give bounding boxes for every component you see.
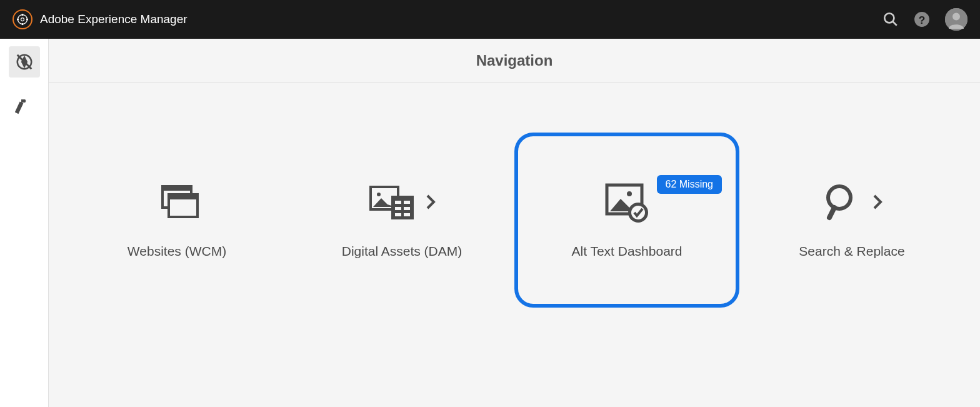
svg-point-0 [21, 18, 24, 21]
aem-logo-icon[interactable] [12, 9, 32, 29]
chevron-right-icon [425, 193, 436, 213]
page-title: Navigation [476, 52, 553, 69]
svg-rect-26 [404, 207, 410, 210]
tile-digital-assets-label: Digital Assets (DAM) [342, 244, 462, 259]
missing-badge: 62 Missing [657, 175, 722, 194]
alt-text-icon [602, 180, 652, 226]
content-area: Navigation Websites (WCM) [49, 39, 980, 407]
tile-icon-row [368, 181, 436, 225]
left-rail [0, 39, 49, 407]
rail-navigation-icon[interactable] [9, 46, 40, 78]
svg-line-35 [829, 208, 834, 218]
chevron-right-icon [872, 193, 883, 213]
page-header: Navigation [49, 39, 980, 83]
top-bar-left: Adobe Experience Manager [12, 9, 188, 29]
tile-search-replace-label: Search & Replace [799, 244, 904, 259]
svg-point-1 [22, 14, 23, 16]
user-avatar[interactable] [945, 8, 968, 31]
svg-rect-18 [170, 199, 196, 216]
svg-point-4 [22, 24, 23, 25]
tile-websites[interactable]: Websites (WCM) [64, 133, 289, 308]
tile-alt-text-dashboard[interactable]: 62 Missing Alt Text Dashboard [514, 133, 739, 308]
tile-icon-row [154, 181, 201, 225]
main-container: Navigation Websites (WCM) [0, 39, 980, 407]
svg-rect-24 [404, 201, 410, 204]
top-bar: Adobe Experience Manager ? [0, 0, 980, 39]
svg-point-20 [377, 193, 381, 196]
svg-text:?: ? [919, 14, 926, 26]
svg-rect-22 [391, 196, 414, 219]
websites-icon [154, 182, 201, 225]
top-bar-right: ? [882, 8, 968, 31]
tile-websites-label: Websites (WCM) [128, 244, 226, 259]
tile-icon-row [821, 181, 883, 225]
svg-point-30 [627, 191, 632, 196]
svg-line-6 [892, 21, 897, 26]
rail-tools-icon[interactable] [9, 90, 40, 121]
svg-rect-23 [395, 201, 401, 204]
search-icon[interactable] [882, 11, 899, 28]
svg-point-5 [884, 13, 894, 23]
tile-digital-assets[interactable]: Digital Assets (DAM) [289, 133, 514, 308]
digital-assets-icon [368, 182, 418, 225]
svg-point-3 [27, 19, 28, 20]
svg-rect-28 [404, 213, 410, 216]
svg-rect-14 [15, 102, 23, 114]
tile-icon-row [602, 181, 652, 225]
tile-search-replace[interactable]: Search & Replace [739, 133, 964, 308]
help-icon[interactable]: ? [914, 11, 930, 28]
svg-rect-27 [395, 213, 401, 216]
svg-rect-25 [395, 207, 401, 210]
search-replace-icon [821, 180, 864, 226]
tile-alt-text-label: Alt Text Dashboard [571, 244, 682, 259]
tiles-area: Websites (WCM) [49, 83, 980, 407]
svg-point-10 [952, 13, 960, 21]
app-title[interactable]: Adobe Experience Manager [40, 13, 188, 26]
svg-point-34 [828, 186, 851, 209]
svg-point-2 [18, 19, 19, 20]
